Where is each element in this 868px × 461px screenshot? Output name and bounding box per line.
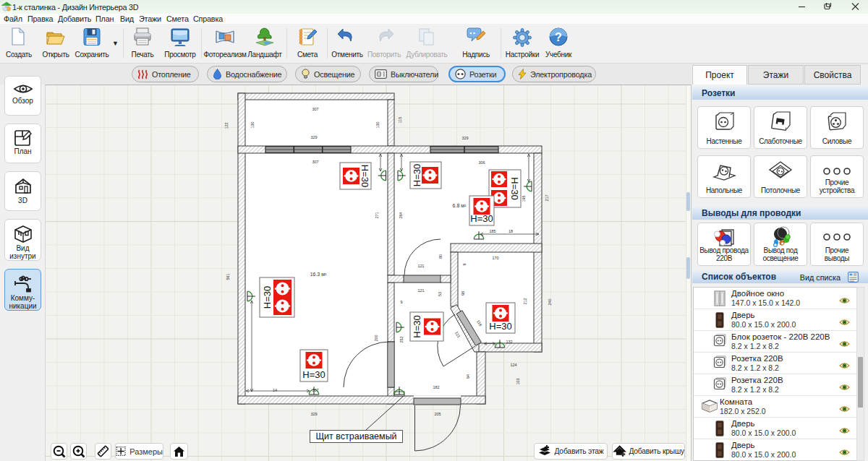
svg-text:205: 205 — [434, 412, 441, 416]
svg-text:329: 329 — [310, 412, 317, 416]
svg-text:103: 103 — [516, 378, 520, 384]
svg-text:Н=30: Н=30 — [412, 315, 422, 337]
svg-text:130: 130 — [250, 121, 255, 128]
svg-text:561: 561 — [226, 273, 230, 280]
svg-text:132: 132 — [506, 340, 512, 344]
svg-text:200: 200 — [374, 335, 378, 341]
svg-text:Н=30: Н=30 — [412, 164, 422, 186]
svg-text:307: 307 — [312, 107, 318, 111]
svg-text:122: 122 — [224, 122, 229, 129]
svg-text:170: 170 — [492, 256, 498, 260]
svg-text:124: 124 — [510, 363, 516, 367]
svg-text:329: 329 — [310, 135, 317, 139]
svg-text:14: 14 — [273, 388, 277, 392]
svg-text:240: 240 — [548, 298, 552, 305]
svg-text:115: 115 — [398, 117, 402, 124]
svg-text:Н=30: Н=30 — [470, 213, 493, 224]
svg-text:252: 252 — [399, 336, 404, 342]
svg-text:217: 217 — [545, 194, 549, 201]
svg-text:9: 9 — [462, 263, 467, 265]
svg-text:Н=30: Н=30 — [302, 369, 325, 380]
svg-text:329: 329 — [461, 136, 468, 140]
svg-text:185: 185 — [489, 229, 495, 233]
svg-text:121: 121 — [417, 288, 424, 293]
svg-text:307: 307 — [312, 160, 318, 164]
svg-text:212: 212 — [523, 298, 527, 304]
svg-text:Н=30: Н=30 — [489, 321, 511, 332]
svg-text:16.3 м²: 16.3 м² — [310, 272, 327, 277]
svg-text:98: 98 — [461, 291, 465, 296]
svg-text:6.8 м²: 6.8 м² — [453, 203, 467, 208]
svg-text:80: 80 — [438, 254, 443, 259]
svg-text:?: ? — [555, 31, 562, 43]
svg-text:130: 130 — [375, 121, 380, 128]
svg-text:9: 9 — [400, 300, 402, 304]
svg-text:Н=30: Н=30 — [262, 286, 273, 309]
svg-text:18: 18 — [509, 229, 513, 233]
svg-text:271: 271 — [375, 212, 379, 218]
svg-text:94: 94 — [466, 374, 470, 379]
svg-text:307: 307 — [312, 388, 318, 392]
svg-text:Н=30: Н=30 — [359, 165, 370, 187]
svg-text:Н=30: Н=30 — [509, 177, 520, 199]
svg-text:264: 264 — [399, 212, 403, 218]
svg-text:53: 53 — [438, 292, 442, 296]
svg-text:182: 182 — [433, 385, 439, 389]
svg-text:121: 121 — [417, 264, 424, 268]
svg-text:306: 306 — [478, 160, 485, 165]
svg-text:195: 195 — [522, 195, 526, 202]
